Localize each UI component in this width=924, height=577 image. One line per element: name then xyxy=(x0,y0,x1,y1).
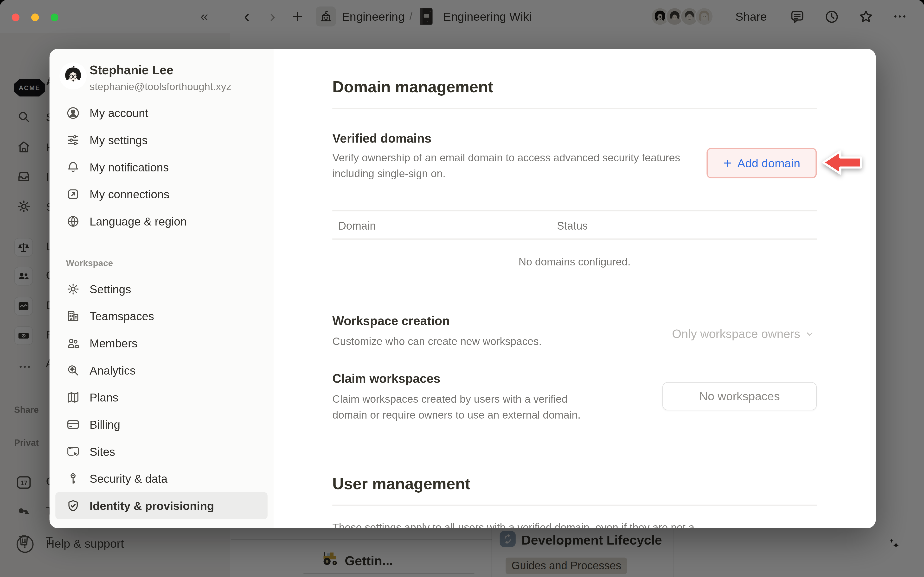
menu-security-data[interactable]: Security & data xyxy=(55,465,268,492)
table-border-top xyxy=(332,210,817,211)
user-email: stephanie@toolsforthought.xyz xyxy=(89,81,231,93)
settings-content: Domain management Verified domains Verif… xyxy=(273,49,876,528)
shield-check-icon xyxy=(66,499,80,513)
settings-sidebar: Stephanie Lee stephanie@toolsforthought.… xyxy=(50,49,274,528)
bell-icon xyxy=(66,160,80,174)
settings-modal: Stephanie Lee stephanie@toolsforthought.… xyxy=(50,49,876,528)
menu-members[interactable]: Members xyxy=(55,330,268,357)
divider xyxy=(332,108,817,109)
members-icon xyxy=(66,336,80,350)
menu-billing[interactable]: Billing xyxy=(55,411,268,438)
menu-plans[interactable]: Plans xyxy=(55,384,268,411)
workspace-creation-description: Customize who can create new workspaces. xyxy=(332,334,542,350)
column-header-status: Status xyxy=(557,219,588,232)
menu-my-connections[interactable]: My connections xyxy=(55,181,268,208)
notion-window: « ‹ › + Engineering / xyxy=(0,0,924,577)
table-border-bottom xyxy=(332,239,817,240)
magnifier-sparkle-icon xyxy=(66,363,80,377)
highlight-arrow xyxy=(820,148,864,177)
verified-domains-description: Verify ownership of an email domain to a… xyxy=(332,150,704,182)
close-window-button[interactable] xyxy=(12,13,19,21)
page-title: Domain management xyxy=(332,78,493,97)
sliders-icon xyxy=(66,133,80,147)
buildings-icon xyxy=(66,309,80,323)
workspace-creation-dropdown[interactable]: Only workspace owners xyxy=(672,327,814,341)
menu-identity-provisioning[interactable]: Identity & provisioning xyxy=(55,492,268,519)
browser-cursor-icon xyxy=(66,445,80,459)
menu-language-region[interactable]: Language & region xyxy=(55,208,268,235)
workspace-section-label: Workspace xyxy=(66,258,113,268)
globe-icon xyxy=(66,214,80,228)
chevron-down-icon xyxy=(805,329,814,338)
user-avatar xyxy=(61,64,85,88)
person-circle-icon xyxy=(66,106,80,120)
menu-my-settings[interactable]: My settings xyxy=(55,127,268,154)
claim-workspaces-heading: Claim workspaces xyxy=(332,371,440,386)
key-icon xyxy=(66,472,80,486)
verified-domains-heading: Verified domains xyxy=(332,131,431,145)
user-name: Stephanie Lee xyxy=(89,63,173,77)
menu-teamspaces[interactable]: Teamspaces xyxy=(55,303,268,330)
menu-contact-support-partial[interactable]: Contact support xyxy=(55,524,268,528)
workspace-creation-heading: Workspace creation xyxy=(332,314,450,328)
divider xyxy=(332,504,817,506)
menu-my-notifications[interactable]: My notifications xyxy=(55,154,268,181)
user-management-description-partial: These settings apply to all users with a… xyxy=(332,520,817,528)
claim-workspaces-description: Claim workspaces created by users with a… xyxy=(332,392,581,423)
gear-icon xyxy=(66,282,80,296)
menu-analytics[interactable]: Analytics xyxy=(55,357,268,384)
user-management-heading: User management xyxy=(332,475,470,493)
map-icon xyxy=(66,390,80,405)
column-header-domain: Domain xyxy=(338,219,376,232)
zoom-window-button[interactable] xyxy=(51,13,58,21)
credit-card-icon xyxy=(66,417,80,432)
minimize-window-button[interactable] xyxy=(31,13,39,21)
add-domain-button[interactable]: + Add domain xyxy=(707,148,817,178)
plus-icon: + xyxy=(723,156,731,170)
menu-sites[interactable]: Sites xyxy=(55,438,268,465)
arrow-box-icon xyxy=(66,187,80,201)
menu-settings[interactable]: Settings xyxy=(55,276,268,303)
menu-my-account[interactable]: My account xyxy=(55,100,268,127)
empty-table-message: No domains configured. xyxy=(332,256,817,268)
no-workspaces-button[interactable]: No workspaces xyxy=(662,382,817,410)
